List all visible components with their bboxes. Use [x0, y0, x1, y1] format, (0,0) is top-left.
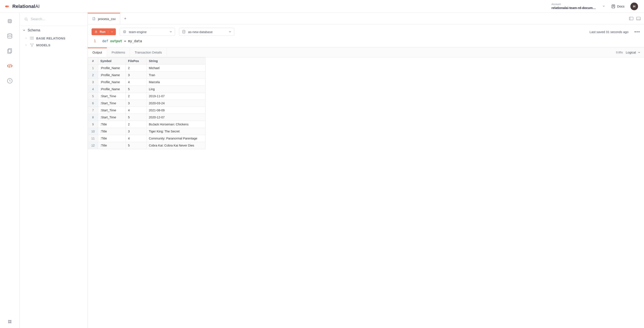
search-input[interactable] — [24, 16, 84, 23]
cell-symbol: :Title — [98, 135, 126, 142]
database-value: as-new-database — [188, 30, 212, 34]
code-content: def output = my_data — [102, 39, 142, 43]
token-keyword: def — [102, 39, 108, 43]
results-table-scroll[interactable]: # Symbol FilePos String 1:Profile_Name2M… — [88, 57, 644, 149]
editor-tab-process-csv[interactable]: process_csv — [88, 13, 120, 24]
brand-name-bold: Relational — [12, 4, 35, 9]
account-value: relationalai-team-rd-docum… — [551, 6, 596, 10]
token-output: output — [110, 39, 122, 43]
cell-string: Michael — [147, 65, 206, 72]
cell-symbol: :Profile_Name — [98, 86, 126, 93]
cell-symbol: :Start_Time — [98, 100, 126, 107]
database-selector[interactable]: as-new-database — [179, 28, 234, 36]
rail-history-icon[interactable] — [5, 76, 14, 85]
svg-rect-22 — [30, 37, 34, 40]
cell-symbol: :Start_Time — [98, 107, 126, 114]
results-tabstrip: Output Problems Transaction Details 0.85… — [88, 48, 644, 57]
cell-index: 3 — [88, 79, 98, 86]
cell-filepos: 2 — [126, 121, 147, 128]
cell-string: 2021-08-09 — [147, 107, 206, 114]
chevron-right-icon — [25, 37, 28, 40]
cell-index: 7 — [88, 107, 98, 114]
rail-files-icon[interactable] — [5, 47, 14, 55]
code-line: 1 def output = my_data — [92, 39, 640, 43]
panel-left-icon[interactable] — [629, 16, 634, 21]
rail-compute-icon[interactable] — [5, 17, 14, 26]
cell-index: 9 — [88, 121, 98, 128]
more-menu-button[interactable]: ••• — [634, 30, 640, 34]
run-button[interactable]: Run — [92, 28, 116, 35]
col-header-filepos: FilePos — [126, 58, 147, 65]
cell-filepos: 3 — [126, 128, 147, 135]
code-editor[interactable]: 1 def output = my_data — [88, 38, 644, 47]
cell-string: Cobra Kai: Cobra Kai Never Dies — [147, 142, 206, 149]
cell-string: 2019-11-07 — [147, 93, 206, 100]
results-tab-output[interactable]: Output — [88, 48, 107, 57]
chevron-down-icon — [602, 5, 605, 8]
rail-database-icon[interactable] — [5, 32, 14, 41]
table-row: 3:Profile_Name4Marcela — [88, 79, 206, 86]
cell-filepos: 4 — [126, 107, 147, 114]
cell-string: Marcela — [147, 79, 206, 86]
panel-bottom-icon[interactable] — [636, 16, 641, 21]
col-header-symbol: Symbol — [98, 58, 126, 65]
topbar-right: Account relationalai-team-rd-docum… Docs… — [551, 3, 638, 10]
chevron-down-icon — [638, 51, 640, 54]
cell-filepos: 4 — [126, 135, 147, 142]
account-label: Account — [551, 3, 596, 6]
query-timing: 0.85s — [616, 51, 623, 54]
svg-marker-1 — [6, 5, 9, 8]
results-tab-problems[interactable]: Problems — [107, 48, 130, 57]
svg-rect-39 — [124, 31, 125, 32]
results-panel: Output Problems Transaction Details 0.85… — [88, 47, 644, 328]
svg-line-18 — [9, 64, 10, 68]
table-icon — [30, 36, 34, 40]
svg-rect-38 — [124, 31, 126, 33]
docs-label: Docs — [617, 5, 624, 8]
cell-index: 4 — [88, 86, 98, 93]
view-mode-selector[interactable]: Logical — [626, 51, 640, 54]
tree-models[interactable]: MODELS — [22, 42, 88, 48]
brand-name: RelationalAI — [12, 4, 40, 9]
avatar[interactable]: H — [630, 3, 638, 10]
book-icon — [611, 4, 616, 9]
cell-filepos: 5 — [126, 142, 147, 149]
cell-index: 2 — [88, 72, 98, 79]
engine-selector[interactable]: team-engine — [120, 28, 175, 36]
cell-index: 8 — [88, 114, 98, 121]
last-saved-text: Last saved 31 seconds ago — [590, 30, 628, 34]
rail-keyboard-icon[interactable] — [5, 319, 14, 328]
results-table: # Symbol FilePos String 1:Profile_Name2M… — [88, 57, 206, 149]
cell-index: 11 — [88, 135, 98, 142]
engine-value: team-engine — [129, 30, 146, 34]
schema-header[interactable]: Schema — [20, 26, 88, 35]
avatar-initial: H — [633, 5, 636, 8]
cell-string: BoJack Horseman: Chickens — [147, 121, 206, 128]
docs-link[interactable]: Docs — [611, 4, 624, 9]
cell-filepos: 5 — [126, 86, 147, 93]
content: process_csv Run — [88, 13, 644, 328]
table-row: 8:Start_Time52020-12-07 — [88, 114, 206, 121]
svg-point-20 — [25, 18, 27, 20]
chevron-down-icon — [111, 31, 113, 33]
cell-symbol: :Title — [98, 121, 126, 128]
brand-name-thin: AI — [35, 4, 40, 9]
cell-string: Tiger King: The Secret — [147, 128, 206, 135]
schema-items: BASE RELATIONS MODELS — [20, 35, 88, 48]
rail-code-icon[interactable] — [5, 61, 14, 70]
chevron-down-icon — [169, 30, 172, 33]
svg-rect-36 — [636, 19, 640, 20]
chevron-down-icon — [228, 30, 232, 33]
cell-symbol: :Profile_Name — [98, 65, 126, 72]
results-tab-transaction[interactable]: Transaction Details — [130, 48, 167, 57]
tree-base-relations[interactable]: BASE RELATIONS — [22, 35, 88, 42]
new-tab-button[interactable] — [120, 13, 130, 24]
cell-symbol: :Start_Time — [98, 93, 126, 100]
brand-logo-icon — [4, 3, 10, 10]
cell-filepos: 3 — [126, 72, 147, 79]
table-row: 7:Start_Time42021-08-09 — [88, 107, 206, 114]
lock-icon — [94, 30, 98, 33]
account-selector[interactable]: Account relationalai-team-rd-docum… — [551, 3, 605, 10]
view-mode-label: Logical — [626, 51, 636, 54]
cell-filepos: 5 — [126, 114, 147, 121]
